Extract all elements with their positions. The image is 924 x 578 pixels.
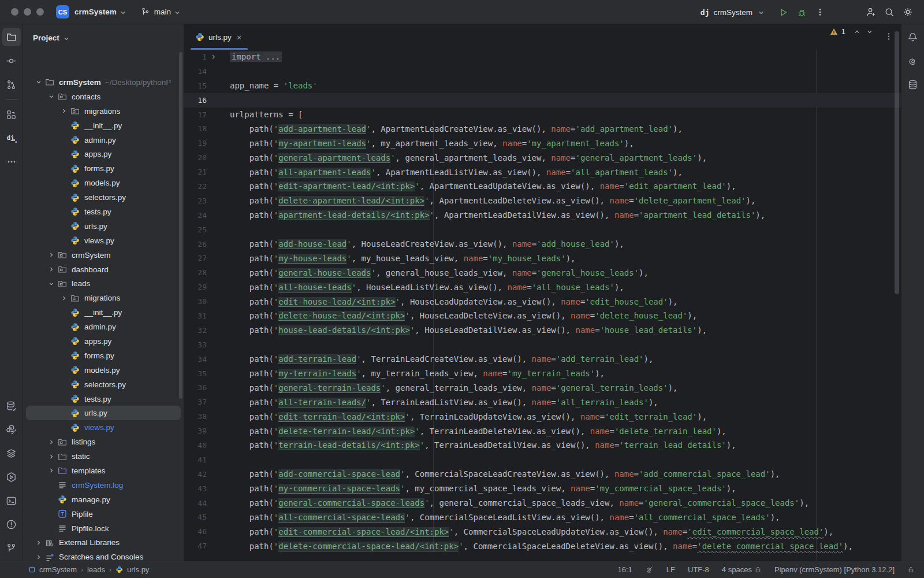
tree-item-pipfile[interactable]: Pipfile [26,507,181,521]
breadcrumb-package[interactable]: leads [87,565,105,574]
ai-disabled-icon[interactable] [645,565,654,574]
tree-item-dashboard[interactable]: dashboard [26,262,181,277]
inspections-widget[interactable]: 1 [830,27,873,36]
code-with-me-icon[interactable] [863,4,879,20]
pull-requests-tool-icon[interactable] [2,75,21,94]
editor-scrollbar[interactable] [895,31,899,294]
indent-widget[interactable]: 4 spaces [722,565,762,574]
editor-options-kebab-icon[interactable] [885,32,893,40]
tree-item-selectors-py[interactable]: selectors.py [26,377,181,392]
project-panel-scrollbar[interactable] [179,52,182,399]
close-window-icon[interactable] [11,8,18,16]
tree-item-scratches-and-consoles[interactable]: Scratches and Consoles [26,550,181,561]
previous-problem-icon[interactable] [854,28,860,35]
readonly-unlock-icon[interactable] [907,566,915,573]
code-line-22[interactable]: 22 path('edit-apartment-lead/<int:pk>', … [184,179,901,194]
tree-item-admin-py[interactable]: admin.py [26,133,181,147]
caret-position-widget[interactable]: 16:1 [618,565,632,574]
database-right-tool-icon[interactable] [904,75,922,94]
chevron-down-icon[interactable] [45,93,58,100]
run-button[interactable] [775,4,791,20]
chevron-right-icon[interactable] [45,439,58,446]
code-line-30[interactable]: 30 path('edit-house-lead/<int:pk>', Hous… [184,294,901,309]
tree-item-templates[interactable]: templates [26,464,181,478]
tree-item-models-py[interactable]: models.py [26,176,181,190]
code-line-44[interactable]: 44 path('general-commercial-space-leads'… [184,496,901,510]
breadcrumb-project[interactable]: crmSystem [39,565,77,574]
tree-item-manage-py[interactable]: manage.py [26,492,181,507]
code-line-26[interactable]: 26 path('add-house-lead', HouseLeadCreat… [184,237,901,251]
python-packages-tool-icon[interactable] [2,444,21,462]
tree-item-crmsystem[interactable]: crmSystem [26,248,181,262]
tree-item-listings[interactable]: listings [26,435,181,449]
tree-item-models-py[interactable]: models.py [26,363,181,377]
tree-item-selectors-py[interactable]: selectors.py [26,190,181,205]
fold-expand-icon[interactable] [207,54,219,60]
commit-tool-icon[interactable] [2,51,21,70]
tree-item-urls-py[interactable]: urls.py [26,219,181,234]
code-line-29[interactable]: 29 path('all-house-leads', HouseLeadList… [184,280,901,294]
code-line-1[interactable]: 1import ... [184,50,901,64]
tree-item--init-py[interactable]: __init__.py [26,118,181,133]
tree-item--init-py[interactable]: __init__.py [26,305,181,320]
problems-tool-icon[interactable] [2,515,21,533]
chevron-right-icon[interactable] [58,295,70,302]
tree-item-forms-py[interactable]: forms.py [26,349,181,363]
code-line-35[interactable]: 35 path('my-terrain-leads', my_terrain_l… [184,366,901,381]
code-line-43[interactable]: 43 path('my-commercial-space-leads', my_… [184,481,901,496]
services-tool-icon[interactable] [2,468,21,486]
code-line-24[interactable]: 24 path('apartment-lead-details/<int:pk>… [184,208,901,223]
tree-item-crmsystem[interactable]: crmSystem~/Desktop/pythonP [26,75,181,90]
tree-item-contacts[interactable]: contacts [26,90,181,104]
code-line-47[interactable]: 47 path('delete-commercial-space-lead/<i… [184,539,901,553]
code-line-38[interactable]: 38 path('edit-terrain-lead/<int:pk>', Te… [184,409,901,424]
chevron-right-icon[interactable] [45,467,58,474]
tree-item-views-py[interactable]: views.py [26,420,181,435]
code-line-15[interactable]: 15app_name = 'leads' [184,79,901,93]
project-switcher[interactable]: crmSystem [74,8,117,16]
code-line-18[interactable]: 18 path('add-apartment-lead', ApartmentL… [184,121,901,136]
project-tool-icon[interactable] [2,28,21,46]
code-view[interactable]: 1import ...1415app_name = 'leads'1617url… [184,50,901,561]
code-line-42[interactable]: 42 path('add-commercial-space-lead', Com… [184,467,901,481]
django-structure-tool-icon[interactable]: dj [2,129,21,147]
tree-item-crmsystem-log[interactable]: crmSystem.log [26,478,181,492]
breadcrumb-file[interactable]: urls.py [127,565,149,574]
code-line-46[interactable]: 46 path('edit-commercial-space-lead/<int… [184,524,901,539]
code-line-34[interactable]: 34 path('add-terrain-lead', TerrainLeadC… [184,352,901,366]
tree-item-forms-py[interactable]: forms.py [26,161,181,176]
tree-item-external-libraries[interactable]: External Libraries [26,536,181,550]
interpreter-widget[interactable]: Pipenv (crmSystem) [Python 3.12.2] [774,565,895,574]
code-line-36[interactable]: 36 path('general-terrain-leads', general… [184,380,901,395]
terminal-tool-icon[interactable] [2,491,21,510]
code-line-28[interactable]: 28 path('general-house-leads', general_h… [184,265,901,280]
project-panel-header[interactable]: Project [23,24,184,45]
code-line-21[interactable]: 21 path('all-apartment-leads', Apartment… [184,165,901,179]
code-line-37[interactable]: 37 path('all-terrain-leads/', TerrainLea… [184,395,901,409]
tree-item-tests-py[interactable]: tests.py [26,392,181,406]
line-separator-widget[interactable]: LF [666,565,675,574]
close-tab-icon[interactable]: × [237,32,242,42]
tree-item-urls-py[interactable]: urls.py [26,406,181,420]
more-tool-windows-icon[interactable] [2,153,21,171]
code-line-31[interactable]: 31 path('delete-house-lead/<int:pk>', Ho… [184,309,901,323]
branch-widget[interactable]: main [140,7,181,17]
tree-item-leads[interactable]: leads [26,276,181,291]
database-tool-icon[interactable] [2,397,21,415]
tree-item-pipfile-lock[interactable]: Pipfile.lock [26,521,181,536]
minimize-window-icon[interactable] [24,8,31,16]
tree-item-admin-py[interactable]: admin.py [26,320,181,334]
chevron-right-icon[interactable] [32,554,45,561]
structure-tool-icon[interactable] [2,105,21,124]
tree-item-tests-py[interactable]: tests.py [26,205,181,219]
tree-item-views-py[interactable]: views.py [26,234,181,248]
code-line-14[interactable]: 14 [184,64,901,79]
tree-item-apps-py[interactable]: apps.py [26,147,181,161]
chevron-down-icon[interactable] [32,79,45,86]
tree-item-static[interactable]: static [26,449,181,464]
next-problem-icon[interactable] [866,28,873,35]
search-everywhere-icon[interactable] [881,4,897,20]
ai-assistant-tool-icon[interactable] [904,51,922,70]
debug-button[interactable] [793,4,810,20]
chevron-down-icon[interactable] [45,280,58,287]
